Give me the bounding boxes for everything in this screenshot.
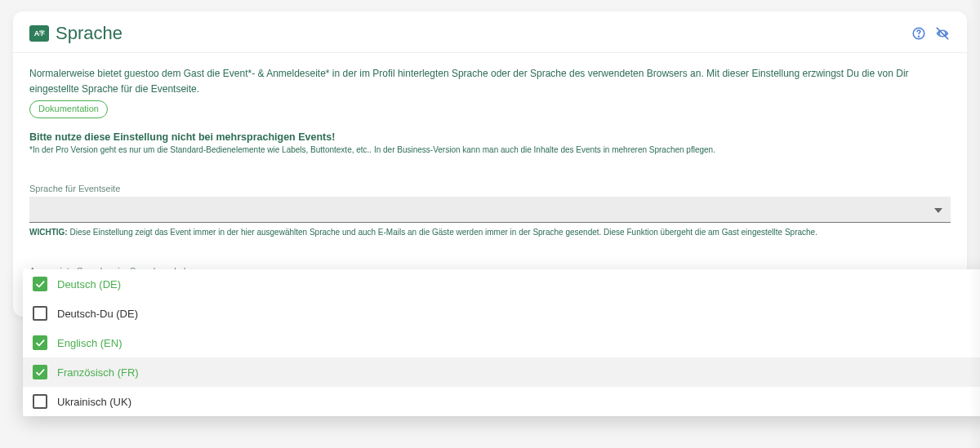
- svg-point-1: [919, 36, 920, 37]
- description-row: Normalerweise bietet guestoo dem Gast di…: [29, 66, 951, 118]
- checkbox-unchecked-icon[interactable]: [33, 306, 47, 321]
- language-options-dropdown: Deutsch (DE)Deutsch-Du (DE)Englisch (EN)…: [23, 269, 980, 416]
- description-text: Normalerweise bietet guestoo dem Gast di…: [29, 66, 951, 97]
- event-language-hint: WICHTIG: Diese Einstellung zeigt das Eve…: [29, 228, 951, 237]
- language-option[interactable]: Französisch (FR): [23, 357, 980, 387]
- language-option-label: Englisch (EN): [57, 337, 122, 349]
- footnote-text: *In der Pro Version geht es nur um die S…: [29, 144, 951, 156]
- card-header: A字 Sprache: [13, 11, 967, 53]
- documentation-link[interactable]: Dokumentation: [29, 100, 108, 118]
- hint-label: WICHTIG:: [29, 228, 68, 237]
- event-language-field: Sprache für Eventseite WICHTIG: Diese Ei…: [29, 184, 951, 237]
- page-title: Sprache: [56, 23, 122, 44]
- checkbox-checked-icon[interactable]: [33, 277, 47, 291]
- checkbox-checked-icon[interactable]: [33, 365, 47, 379]
- language-option-label: Deutsch-Du (DE): [57, 308, 138, 320]
- help-icon[interactable]: [911, 26, 926, 41]
- checkbox-checked-icon[interactable]: [33, 335, 47, 350]
- language-option[interactable]: Deutsch-Du (DE): [23, 299, 980, 328]
- language-option-label: Deutsch (DE): [57, 278, 121, 291]
- language-option-label: Ukrainisch (UK): [57, 396, 131, 408]
- hint-text: Diese Einstellung zeigt das Event immer …: [68, 228, 817, 237]
- visibility-off-icon[interactable]: [934, 26, 951, 41]
- event-language-label: Sprache für Eventseite: [29, 184, 951, 193]
- language-option[interactable]: Deutsch (DE): [23, 269, 980, 299]
- language-option[interactable]: Ukrainisch (UK): [23, 387, 980, 416]
- event-language-select[interactable]: [29, 197, 951, 223]
- scrollbar-track[interactable]: [969, 0, 980, 448]
- language-option-label: Französisch (FR): [57, 366, 139, 379]
- warning-text: Bitte nutze diese Einstellung nicht bei …: [29, 131, 951, 143]
- chevron-down-icon: [934, 202, 942, 216]
- checkbox-unchecked-icon[interactable]: [33, 394, 47, 409]
- translate-icon: A字: [29, 25, 49, 42]
- header-icons: [911, 26, 951, 41]
- language-option[interactable]: Englisch (EN): [23, 328, 980, 357]
